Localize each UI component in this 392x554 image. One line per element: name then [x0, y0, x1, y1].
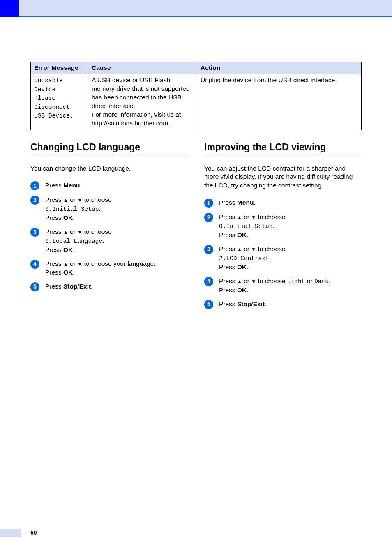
error-line: Unusable Device: [34, 77, 63, 93]
up-arrow-icon: ▲: [63, 229, 68, 235]
table-row: Unusable Device Please Disconnect USB De…: [31, 74, 362, 130]
down-arrow-icon: ▼: [251, 247, 256, 252]
step-4: 4 Press ▲ or ▼ to choose Light or Dark. …: [204, 277, 362, 295]
text: .: [99, 205, 101, 212]
text: .: [80, 182, 81, 189]
text: .: [273, 222, 274, 229]
text: Press: [219, 245, 237, 252]
intro-text: You can change the LCD language.: [30, 164, 188, 173]
step-body: Press Menu.: [45, 181, 188, 190]
step-2: 2 Press ▲ or ▼ to choose 0.Initial Setup…: [30, 195, 188, 222]
text: or: [242, 277, 251, 284]
text: to choose: [256, 213, 286, 220]
step-body: Press ▲ or ▼ to choose 0.Initial Setup. …: [45, 195, 188, 222]
down-arrow-icon: ▼: [77, 261, 82, 267]
text: Press: [219, 286, 237, 293]
menu-option: 0.Local Language: [45, 238, 102, 245]
cause-text: For more information, visit us at: [92, 111, 181, 118]
up-arrow-icon: ▲: [63, 261, 68, 267]
step-2: 2 Press ▲ or ▼ to choose 0.Initial Setup…: [204, 212, 362, 240]
option-dark: Dark: [314, 278, 329, 285]
step-3: 3 Press ▲ or ▼ to choose 0.Local Languag…: [30, 227, 188, 254]
page-content: Error Message Cause Action Unusable Devi…: [30, 62, 362, 314]
text: or: [242, 213, 251, 220]
up-arrow-icon: ▲: [237, 215, 242, 220]
solutions-link[interactable]: http://solutions.brother.com: [92, 120, 168, 127]
ok-key: OK: [63, 214, 73, 221]
text: .: [91, 283, 92, 290]
text: Press: [45, 269, 63, 276]
menu-option: 0.Initial Setup: [45, 206, 99, 212]
step-1: 1 Press Menu.: [204, 198, 362, 208]
step-body: Press ▲ or ▼ to choose 0.Local Language.…: [45, 227, 188, 254]
intro-text: You can adjust the LCD contrast for a sh…: [204, 164, 362, 190]
error-line: Please Disconnect: [34, 95, 70, 111]
cell-action: Unplug the device from the USB direct in…: [197, 74, 362, 130]
up-arrow-icon: ▲: [237, 247, 242, 252]
two-column-layout: Changing LCD language You can change the…: [30, 142, 362, 314]
col-error: Error Message: [31, 62, 88, 74]
text: .: [102, 237, 104, 244]
step-3: 3 Press ▲ or ▼ to choose 2.LCD Contrast.…: [204, 245, 362, 272]
heading-improving-lcd-viewing: Improving the LCD viewing: [204, 142, 362, 155]
step-number-icon: 3: [204, 245, 213, 254]
error-line: USB Device.: [34, 113, 74, 119]
page-number: 60: [30, 529, 37, 536]
text: .: [247, 231, 248, 238]
step-number-icon: 1: [204, 199, 213, 208]
ok-key: OK: [237, 263, 247, 270]
ok-key: OK: [63, 246, 73, 253]
stop-exit-key: Stop/Exit: [63, 283, 91, 290]
step-body: Press ▲ or ▼ to choose 2.LCD Contrast. P…: [219, 245, 362, 272]
ok-key: OK: [63, 269, 73, 276]
cell-cause: A USB device or USB Flash memory drive t…: [88, 74, 197, 130]
text: Press: [45, 214, 63, 221]
table-header-row: Error Message Cause Action: [31, 62, 362, 74]
step-5: 5 Press Stop/Exit.: [204, 300, 362, 309]
text: to choose: [256, 245, 286, 252]
text: Press: [219, 199, 237, 206]
text: Press: [45, 283, 63, 290]
text: .: [73, 214, 74, 221]
step-body: Press ▲ or ▼ to choose 0.Initial Setup. …: [219, 212, 362, 240]
text: .: [247, 263, 248, 270]
step-number-icon: 4: [204, 277, 213, 286]
text: .: [254, 199, 255, 206]
step-body: Press ▲ or ▼ to choose your language. Pr…: [45, 259, 188, 277]
step-number-icon: 2: [204, 213, 213, 222]
col-action: Action: [197, 62, 362, 74]
text: Press: [45, 228, 63, 235]
text: or: [68, 228, 77, 235]
text: or: [68, 260, 77, 267]
cell-error: Unusable Device Please Disconnect USB De…: [31, 74, 88, 130]
menu-option: 2.LCD Contrast: [219, 255, 269, 262]
step-body: Press Stop/Exit.: [45, 282, 188, 291]
menu-option: 0.Initial Setup: [219, 223, 273, 230]
cause-period: .: [168, 120, 170, 127]
left-column: Changing LCD language You can change the…: [30, 142, 188, 314]
step-5: 5 Press Stop/Exit.: [30, 282, 188, 291]
text: .: [73, 246, 74, 253]
menu-key: Menu: [63, 182, 80, 189]
step-number-icon: 5: [204, 300, 213, 309]
text: .: [73, 269, 74, 276]
col-cause: Cause: [88, 62, 197, 74]
text: Press: [219, 263, 237, 270]
heading-changing-lcd-language: Changing LCD language: [30, 142, 188, 155]
text: Press: [45, 182, 63, 189]
down-arrow-icon: ▼: [77, 197, 82, 203]
text: Press: [45, 246, 63, 253]
text: .: [247, 286, 248, 293]
step-body: Press Menu.: [219, 198, 362, 207]
text: to choose: [82, 196, 112, 203]
text: or: [305, 277, 314, 284]
text: Press: [219, 300, 237, 307]
text: Press: [45, 260, 63, 267]
page-number-bar: [0, 529, 21, 537]
text: Press: [219, 231, 237, 238]
step-number-icon: 4: [30, 260, 39, 269]
step-number-icon: 5: [30, 282, 39, 291]
text: .: [329, 277, 330, 284]
down-arrow-icon: ▼: [77, 229, 82, 235]
text: Press: [219, 213, 237, 220]
